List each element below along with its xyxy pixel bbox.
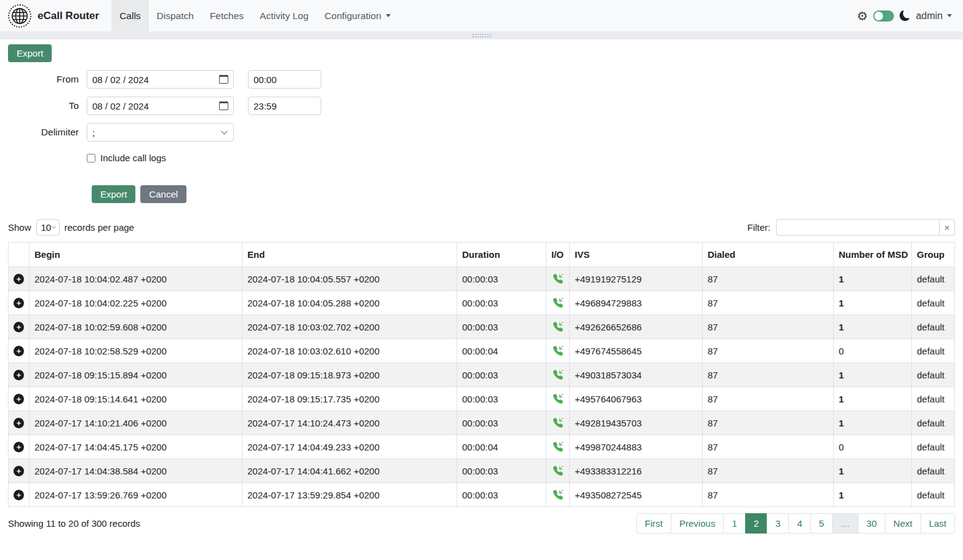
from-date-input[interactable] [87,70,234,89]
include-call-logs[interactable]: Include call logs [87,153,166,163]
nav-item-dispatch[interactable]: Dispatch [149,0,202,31]
table-row: + 2024-07-18 10:02:58.529 +0200 2024-07-… [9,339,955,363]
nav-item-configuration[interactable]: Configuration [316,0,398,31]
cell-end: 2024-07-17 14:04:49.233 +0200 [242,435,457,459]
column-header-group: Group [912,242,955,267]
filter-input[interactable] [776,219,940,236]
cell-group: default [912,387,955,411]
phone-incoming-icon [553,298,563,308]
nav-item-fetches[interactable]: Fetches [202,0,252,31]
main-nav: Calls Dispatch Fetches Activity Log Conf… [111,0,398,31]
to-time-input[interactable] [248,97,321,115]
expand-row-button[interactable]: + [14,442,24,452]
table-row: + 2024-07-17 13:59:26.769 +0200 2024-07-… [9,483,955,507]
phone-incoming-icon [553,466,563,476]
expand-row-button[interactable]: + [14,370,24,380]
theme-toggle[interactable] [873,10,894,22]
table-row: + 2024-07-17 14:04:38.584 +0200 2024-07-… [9,459,955,483]
cell-end: 2024-07-18 10:04:05.557 +0200 [242,267,457,291]
delimiter-select[interactable]: ; [87,123,234,142]
pagination-page-1[interactable]: 1 [723,513,745,534]
cell-io [546,315,570,339]
cell-end: 2024-07-18 10:03:02.702 +0200 [242,315,457,339]
expand-row-button[interactable]: + [14,418,24,428]
calendar-icon[interactable] [219,74,228,84]
cell-group: default [912,291,955,315]
expand-row-button[interactable]: + [14,274,24,284]
cell-msd: 1 [834,459,912,483]
cell-ivs: +491919275129 [570,267,703,291]
calendar-icon[interactable] [219,101,228,110]
export-toggle-button[interactable]: Export [8,44,52,62]
msd-value: 0 [839,346,844,356]
cell-io [546,339,570,363]
cell-begin: 2024-07-17 13:59:26.769 +0200 [30,483,242,507]
pagination-last[interactable]: Last [921,513,955,534]
cell-msd: 1 [834,363,912,387]
phone-incoming-icon [553,346,563,356]
table-controls: Show 10 records per page Filter: × [0,203,963,242]
navbar-right: ⚙ admin [857,0,963,31]
phone-incoming-icon [553,442,563,452]
column-header-ivs: IVS [570,242,703,267]
cell-msd: 0 [834,435,912,459]
column-header-msd: Number of MSD [834,242,912,267]
pagination-first[interactable]: First [636,513,671,534]
panel-resize-strip [0,31,963,39]
chevron-down-icon [220,129,228,137]
from-time-input[interactable] [248,70,321,89]
cell-group: default [912,363,955,387]
export-panel: Export From To Delimiter ; [0,39,963,203]
chevron-down-icon [51,224,56,231]
nav-item-activity-log[interactable]: Activity Log [252,0,316,31]
expand-row-button[interactable]: + [14,490,24,500]
export-submit-button[interactable]: Export [92,185,135,203]
delimiter-label: Delimiter [8,127,79,138]
page-size-select[interactable]: 10 [36,219,60,236]
expand-row-button[interactable]: + [14,466,24,476]
pagination-page-5[interactable]: 5 [810,513,833,534]
cell-ivs: +492819435703 [570,411,703,435]
from-label: From [8,74,79,85]
cell-group: default [912,483,955,507]
expand-row-button[interactable]: + [14,322,24,332]
pagination-previous[interactable]: Previous [671,513,724,534]
pagination-page-2[interactable]: 2 [745,513,767,534]
drag-handle[interactable] [472,33,491,38]
pagination-page-30[interactable]: 30 [858,513,885,534]
table-row: + 2024-07-18 10:04:02.487 +0200 2024-07-… [9,267,955,291]
cancel-button[interactable]: Cancel [140,185,186,203]
cell-io [546,411,570,435]
expand-row-button[interactable]: + [14,394,24,404]
to-date-input[interactable] [87,97,234,115]
gear-icon[interactable]: ⚙ [857,10,868,22]
column-header-end: End [242,242,457,267]
expand-row-button[interactable]: + [14,346,24,356]
cell-duration: 00:00:04 [457,435,546,459]
pagination: First Previous 1 2 3 4 5 … 30 Next Last [636,513,955,534]
cell-end: 2024-07-17 13:59:29.854 +0200 [242,483,457,507]
column-header-begin: Begin [30,242,242,267]
cell-msd: 0 [834,339,912,363]
clear-filter-button[interactable]: × [940,219,955,236]
pagination-page-4[interactable]: 4 [788,513,810,534]
expand-row-button[interactable]: + [14,298,24,308]
cell-begin: 2024-07-17 14:04:45.175 +0200 [30,435,242,459]
cell-dialed: 87 [703,459,834,483]
cell-ivs: +497674558645 [570,339,703,363]
filter-group: Filter: × [748,219,956,236]
pagination-next[interactable]: Next [885,513,921,534]
include-call-logs-checkbox[interactable] [87,154,95,162]
nav-item-calls[interactable]: Calls [111,0,148,31]
show-label: Show [8,222,31,233]
table-header-row: Begin End Duration I/O IVS Dialed Number… [9,242,955,267]
table-row: + 2024-07-17 14:10:21.406 +0200 2024-07-… [9,411,955,435]
to-label: To [8,100,79,111]
cell-group: default [912,267,955,291]
cell-group: default [912,459,955,483]
pagination-page-3[interactable]: 3 [767,513,789,534]
page-size-value: 10 [41,222,52,233]
nav-item-configuration-label: Configuration [324,10,381,22]
user-menu[interactable]: admin [916,10,952,22]
app-title: eCall Router [38,10,99,22]
